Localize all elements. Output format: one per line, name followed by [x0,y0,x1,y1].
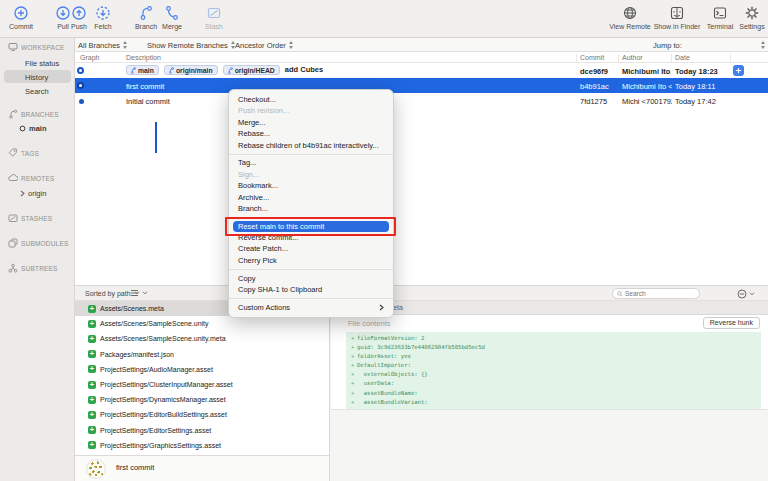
diff-search-input[interactable] [625,290,695,297]
file-row[interactable]: +Packages/manifest.json [75,347,329,362]
files-toolbar: Sorted by path [75,285,768,301]
added-file-icon: + [88,305,96,313]
added-file-icon: + [88,335,96,343]
column-graph[interactable]: Graph [80,54,99,61]
menu-item-reset-main[interactable]: Reset main to this commit [233,221,389,232]
sidebar-branch-main[interactable]: main [29,124,47,133]
menu-item-bookmark[interactable]: Bookmark... [229,180,393,191]
commit-hash: b4b91ac [580,82,609,91]
file-row[interactable]: +ProjectSettings/EditorBuildSettings.ass… [75,407,329,422]
menu-item-branch[interactable]: Branch... [229,203,393,214]
remote-branches-dropdown[interactable]: Show Remote Branches [147,41,236,50]
menu-item-checkout[interactable]: Checkout... [229,94,393,105]
jump-to-stepper[interactable] [758,41,766,50]
chevron-down-icon [749,292,755,296]
added-file-icon: + [88,426,96,434]
menu-item-tag[interactable]: Tag... [229,157,393,168]
diff-hunk-added: +fileFormatVersion: 2 +guid: 3c9d23633b7… [346,332,761,409]
submenu-arrow-icon [379,304,384,311]
branches-filter-dropdown[interactable]: All Branches [78,41,128,50]
commit-row-initial-commit[interactable]: Initial commit 7fd1275 Michi <7001792...… [75,93,768,108]
diff-search-field[interactable] [612,288,700,299]
file-row[interactable]: +ProjectSettings/EditorSettings.asset [75,423,329,438]
menu-item-rebase[interactable]: Rebase... [229,128,393,139]
order-dropdown[interactable]: Ancestor Order [235,41,294,50]
view-mode-button[interactable] [130,289,148,298]
list-icon [130,289,139,297]
submodules-icon [8,238,18,248]
menu-item-cherry-pick[interactable]: Cherry Pick [229,255,393,266]
search-icon [617,291,623,297]
added-file-icon: + [88,411,96,419]
file-row[interactable]: +ProjectSettings/ClusterInputManager.ass… [75,377,329,392]
commit-graph-line [155,122,157,153]
sidebar-section-submodules: SUBMODULES [8,238,69,248]
file-row[interactable]: +Assets/Scenes/SampleScene.unity.meta [75,331,329,346]
commit-node-icon [79,99,84,104]
footer-commit-message: first commit [116,463,154,472]
branch-icon [228,67,233,74]
chevron-right-icon[interactable] [20,190,25,197]
stepper-icon [289,41,294,49]
diff-file-name-bar: Assets/Scenes.meta [331,301,768,315]
branch-icon [131,67,136,74]
sidebar-section-stashes: STASHES [8,213,52,223]
jump-to-dropdown[interactable]: Jump to: [653,41,682,50]
subtrees-icon [8,263,18,273]
commit-row-add-cubes[interactable]: main origin/main origin/HEAD add Cubes d… [75,63,768,78]
sidebar-item-file-status[interactable]: File status [25,59,59,68]
file-contents-label: File contents [348,319,391,328]
file-row[interactable]: +Assets/Scenes/SampleScene.unity [75,316,329,331]
menu-item-push-revision: Push revision... [229,105,393,116]
branch-label-main[interactable]: main [126,65,159,75]
merge-icon [164,5,180,21]
sidebar-remote-origin[interactable]: origin [28,189,46,198]
menu-item-copy-sha1[interactable]: Copy SHA-1 to Clipboard [229,284,393,295]
diff-line: +folderAsset: yes [346,352,761,361]
view-remote-button[interactable]: View Remote [604,5,656,30]
history-column-headers: Graph Description Commit Author Date [75,52,768,63]
added-file-icon: + [88,350,96,358]
sidebar-section-subtrees: SUBTREES [8,263,58,273]
commit-node-icon [77,82,84,89]
file-row[interactable]: +ProjectSettings/DynamicsManager.asset [75,392,329,407]
quick-add-button[interactable] [733,65,744,76]
diff-options-button[interactable] [737,289,755,300]
branches-icon [8,109,18,119]
diff-line: + assetBundleName: [346,389,761,398]
commit-row-first-commit[interactable]: first commit b4b91ac Michibumi Ito <... … [75,78,768,93]
column-description[interactable]: Description [126,54,161,61]
column-author[interactable]: Author [622,54,643,61]
commit-message: first commit [126,82,164,91]
settings-button[interactable]: Settings [726,5,768,30]
menu-separator [229,154,393,155]
menu-item-create-patch[interactable]: Create Patch... [229,243,393,254]
plus-icon [735,67,742,74]
main-toolbar: Commit Pull Push Fetch Branch Merge Stas… [0,0,768,38]
tag-icon [8,148,18,158]
sidebar-item-history[interactable]: History [25,73,48,82]
menu-item-merge[interactable]: Merge... [229,117,393,128]
column-commit[interactable]: Commit [580,54,604,61]
column-date[interactable]: Date [675,54,690,61]
sidebar-item-search[interactable]: Search [25,87,49,96]
menu-item-rebase-children[interactable]: Rebase children of b4b91ac interactively… [229,140,393,151]
commit-icon [13,5,29,21]
diff-line: + assetBundleVariant: [346,398,761,407]
chevron-down-icon [142,291,148,295]
menu-item-archive[interactable]: Archive... [229,192,393,203]
commit-message: add Cubes [285,65,323,74]
branch-label-origin-main[interactable]: origin/main [164,65,218,75]
reverse-hunk-button[interactable]: Reverse hunk [703,317,760,329]
menu-item-custom-actions[interactable]: Custom Actions [229,302,393,313]
stepper-icon [761,41,766,49]
commit-date: Today 17:42 [675,97,716,106]
menu-item-reverse-commit[interactable]: Reverse commit... [229,232,393,243]
stepper-icon [123,41,128,49]
finder-icon [669,5,685,21]
branch-label-origin-head[interactable]: origin/HEAD [223,65,280,75]
menu-item-copy[interactable]: Copy [229,273,393,284]
file-row[interactable]: +ProjectSettings/GraphicsSettings.asset [75,438,329,453]
file-row[interactable]: +ProjectSettings/AudioManager.asset [75,362,329,377]
commit-hash: dce96f9 [580,67,608,76]
